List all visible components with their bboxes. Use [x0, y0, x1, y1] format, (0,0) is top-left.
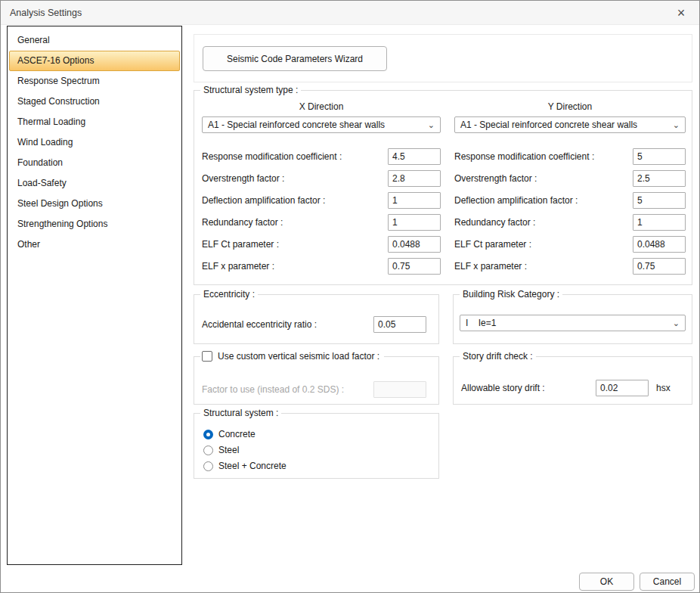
sidebar-item-asce7-16-options[interactable]: ASCE7-16 Options — [9, 51, 180, 71]
sidebar-item-staged-construction[interactable]: Staged Construction — [8, 92, 181, 112]
building-risk-category-dropdown[interactable]: I Ie=1 ⌄ — [460, 315, 686, 331]
close-icon[interactable]: × — [672, 6, 690, 20]
y-elf-x-label: ELF x parameter : — [454, 261, 633, 272]
y-overstrength-input[interactable] — [633, 170, 686, 187]
y-direction-column: Y Direction A1 - Special reinforced conc… — [454, 101, 686, 275]
x-direction-system-dropdown-value: A1 - Special reinforced concrete shear w… — [208, 120, 385, 130]
y-elf-ct-input[interactable] — [633, 236, 686, 253]
radio-steel-plus-concrete[interactable]: Steel + Concrete — [203, 461, 287, 471]
analysis-settings-dialog: Analysis Settings × General ASCE7-16 Opt… — [0, 0, 700, 593]
structural-system-group-label: Structural system : — [200, 408, 281, 418]
cancel-button[interactable]: Cancel — [640, 573, 695, 591]
field-row: Deflection amplification factor : — [202, 192, 441, 209]
x-direction-system-dropdown[interactable]: A1 - Special reinforced concrete shear w… — [202, 116, 441, 133]
ok-button[interactable]: OK — [579, 573, 634, 591]
radio-concrete[interactable]: Concrete — [203, 429, 256, 439]
sidebar-item-steel-design-options[interactable]: Steel Design Options — [8, 194, 181, 214]
chevron-down-icon: ⌄ — [673, 120, 680, 130]
field-row: ELF x parameter : — [202, 258, 441, 275]
x-elf-ct-input[interactable] — [388, 236, 441, 253]
x-response-modification-input[interactable] — [388, 148, 441, 165]
x-elf-ct-label: ELF Ct parameter : — [202, 239, 388, 250]
x-deflection-amplification-input[interactable] — [388, 192, 441, 209]
sidebar-item-response-spectrum[interactable]: Response Spectrum — [8, 71, 181, 92]
x-redundancy-input[interactable] — [388, 214, 441, 231]
allowable-story-drift-label: Allowable story drift : — [461, 383, 545, 393]
accidental-eccentricity-label: Accidental eccentricity ratio : — [202, 319, 317, 330]
chevron-down-icon: ⌄ — [428, 120, 435, 130]
field-row: Overstrength factor : — [454, 170, 686, 187]
x-overstrength-input[interactable] — [388, 170, 441, 187]
chevron-down-icon: ⌄ — [673, 318, 680, 328]
structural-system-type-group-label: Structural system type : — [200, 85, 301, 95]
structural-system-type-group: Structural system type : X Direction A1 … — [194, 90, 692, 285]
sidebar-item-general[interactable]: General — [8, 30, 181, 51]
factor-to-use-input — [373, 381, 426, 398]
radio-selected-icon[interactable] — [203, 430, 213, 439]
x-elf-x-label: ELF x parameter : — [202, 261, 388, 272]
field-row: ELF Ct parameter : — [202, 236, 441, 253]
allowable-story-drift-input[interactable] — [596, 380, 649, 396]
x-direction-column: X Direction A1 - Special reinforced conc… — [202, 101, 441, 275]
seismic-code-parameters-wizard-button[interactable]: Seismic Code Parameters Wizard — [203, 46, 387, 71]
building-risk-category-dropdown-value: I Ie=1 — [466, 318, 496, 328]
settings-category-list: General ASCE7-16 Options Response Spectr… — [7, 26, 182, 565]
radio-concrete-label: Concrete — [218, 429, 256, 439]
field-row: ELF Ct parameter : — [454, 236, 686, 253]
x-elf-x-input[interactable] — [388, 258, 441, 275]
sidebar-item-strengthening-options[interactable]: Strengthening Options — [8, 214, 181, 234]
y-overstrength-label: Overstrength factor : — [454, 173, 633, 184]
x-direction-header: X Direction — [202, 101, 441, 113]
story-drift-group-label: Story drift check : — [460, 351, 536, 362]
field-row: Deflection amplification factor : — [454, 192, 686, 209]
vertical-seismic-factor-group: Use custom vertical seismic load factor … — [194, 356, 439, 405]
y-direction-system-dropdown-value: A1 - Special reinforced concrete shear w… — [460, 120, 637, 130]
building-risk-category-group: Building Risk Category : I Ie=1 ⌄ — [453, 294, 692, 344]
x-overstrength-label: Overstrength factor : — [202, 173, 388, 184]
y-redundancy-label: Redundancy factor : — [454, 217, 633, 228]
sidebar-item-foundation[interactable]: Foundation — [8, 153, 181, 173]
field-row: Factor to use (instead of 0.2 SDS) : — [202, 381, 426, 398]
field-row: Redundancy factor : — [202, 214, 441, 231]
custom-vertical-seismic-checkbox-label: Use custom vertical seismic load factor … — [218, 351, 379, 362]
structural-system-group: Structural system : Concrete Steel Steel… — [194, 413, 439, 479]
y-elf-x-input[interactable] — [633, 258, 686, 275]
radio-unselected-icon[interactable] — [203, 461, 213, 471]
field-row: Response modification coefficient : — [454, 148, 686, 165]
y-deflection-amplification-label: Deflection amplification factor : — [454, 195, 633, 206]
sidebar-item-wind-loading[interactable]: Wind Loading — [8, 132, 181, 153]
window-title: Analysis Settings — [10, 8, 82, 18]
story-drift-check-group: Story drift check : Allowable story drif… — [453, 356, 692, 405]
factor-to-use-label: Factor to use (instead of 0.2 SDS) : — [202, 384, 344, 395]
y-response-modification-label: Response modification coefficient : — [454, 151, 633, 162]
x-redundancy-label: Redundancy factor : — [202, 217, 388, 228]
x-deflection-amplification-label: Deflection amplification factor : — [202, 195, 388, 206]
radio-steel-plus-concrete-label: Steel + Concrete — [218, 461, 287, 471]
field-row: Response modification coefficient : — [202, 148, 441, 165]
building-risk-category-group-label: Building Risk Category : — [460, 289, 562, 300]
y-direction-system-dropdown[interactable]: A1 - Special reinforced concrete shear w… — [454, 116, 686, 133]
y-response-modification-input[interactable] — [633, 148, 686, 165]
radio-unselected-icon[interactable] — [203, 446, 213, 455]
accidental-eccentricity-input[interactable] — [373, 316, 426, 333]
sidebar-item-load-safety[interactable]: Load-Safety — [8, 173, 181, 194]
custom-vertical-seismic-checkbox-row[interactable]: Use custom vertical seismic load factor … — [200, 349, 384, 363]
field-row: Overstrength factor : — [202, 170, 441, 187]
y-elf-ct-label: ELF Ct parameter : — [454, 239, 633, 250]
field-row: Accidental eccentricity ratio : — [202, 316, 426, 333]
eccentricity-group: Eccentricity : Accidental eccentricity r… — [194, 294, 439, 344]
radio-steel-label: Steel — [218, 445, 239, 455]
story-drift-unit-label: hsx — [656, 383, 671, 393]
radio-steel[interactable]: Steel — [203, 445, 239, 455]
sidebar-item-other[interactable]: Other — [8, 234, 181, 255]
titlebar: Analysis Settings × — [1, 1, 699, 25]
y-deflection-amplification-input[interactable] — [633, 192, 686, 209]
eccentricity-group-label: Eccentricity : — [200, 289, 258, 300]
field-row: Redundancy factor : — [454, 214, 686, 231]
checkbox-icon[interactable] — [202, 351, 212, 362]
y-direction-header: Y Direction — [454, 101, 686, 113]
field-row: ELF x parameter : — [454, 258, 686, 275]
x-response-modification-label: Response modification coefficient : — [202, 151, 388, 162]
y-redundancy-input[interactable] — [633, 214, 686, 231]
sidebar-item-thermal-loading[interactable]: Thermal Loading — [8, 112, 181, 132]
